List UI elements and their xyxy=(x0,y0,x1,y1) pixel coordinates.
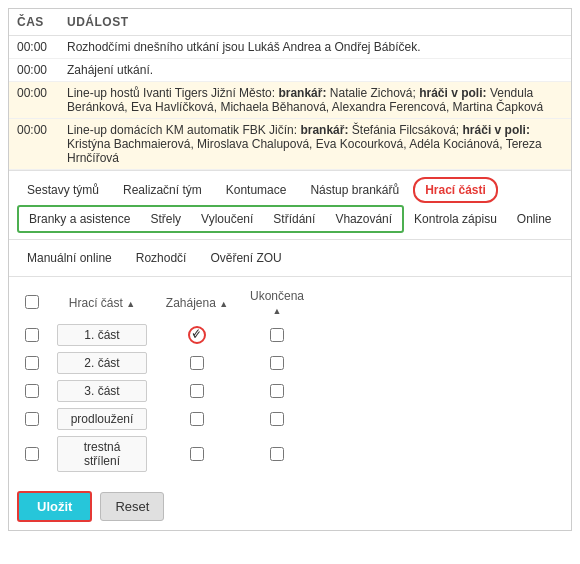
nav2-green-tab[interactable]: Vyloučení xyxy=(191,207,263,231)
zahajeno-checked[interactable]: ✓ xyxy=(188,326,206,344)
nav3-tab[interactable]: Manuální online xyxy=(17,246,122,270)
hraci-row: 3. část xyxy=(17,377,317,405)
zahajeno-checkbox[interactable] xyxy=(190,356,204,370)
zahajeno-checkbox[interactable] xyxy=(190,447,204,461)
event-text: Line-up hostů Ivanti Tigers Jižní Město:… xyxy=(59,82,571,119)
event-time: 00:00 xyxy=(9,59,59,82)
event-row: 00:00Rozhodčími dnešního utkání jsou Luk… xyxy=(9,36,571,59)
zahajeno-checkbox[interactable] xyxy=(190,384,204,398)
event-time: 00:00 xyxy=(9,36,59,59)
event-time: 00:00 xyxy=(9,119,59,170)
row-select-checkbox[interactable] xyxy=(25,447,39,461)
part-label: 2. část xyxy=(57,352,147,374)
reset-button[interactable]: Reset xyxy=(100,492,164,521)
part-label: 3. část xyxy=(57,380,147,402)
nav3-tab[interactable]: Rozhodčí xyxy=(126,246,197,270)
hraci-row: prodloužení xyxy=(17,405,317,433)
event-row: 00:00Line-up hostů Ivanti Tigers Jižní M… xyxy=(9,82,571,119)
nav2-extra-tab[interactable]: Kontrola zápisu xyxy=(404,207,507,231)
event-text: Zahájení utkání. xyxy=(59,59,571,82)
nav1-tab[interactable]: Hrací části xyxy=(413,177,498,203)
row-select-checkbox[interactable] xyxy=(25,412,39,426)
ukoncena-checkbox[interactable] xyxy=(270,447,284,461)
nav3-tab[interactable]: Ověření ZOU xyxy=(200,246,291,270)
nav-row1: Sestavy týmůRealizační týmKontumaceNástu… xyxy=(9,170,571,203)
event-time: 00:00 xyxy=(9,82,59,119)
hraci-row: 1. část✓ xyxy=(17,321,317,349)
ukoncena-checkbox[interactable] xyxy=(270,412,284,426)
ukoncena-checkbox[interactable] xyxy=(270,328,284,342)
save-button[interactable]: Uložit xyxy=(17,491,92,522)
part-label: trestná střílení xyxy=(57,436,147,472)
row-select-checkbox[interactable] xyxy=(25,328,39,342)
event-text: Rozhodčími dnešního utkání jsou Lukáš An… xyxy=(59,36,571,59)
hraci-row: 2. část xyxy=(17,349,317,377)
ukoncena-checkbox[interactable] xyxy=(270,384,284,398)
hraci-th-Ukončena[interactable]: Ukončena ▲ xyxy=(237,285,317,321)
nav1-tab[interactable]: Nástup brankářů xyxy=(300,178,409,202)
green-tabs-group: Branky a asistenceStřelyVyloučeníStřídán… xyxy=(17,205,404,233)
part-label: prodloužení xyxy=(57,408,147,430)
nav1-tab[interactable]: Realizační tým xyxy=(113,178,212,202)
row-select-checkbox[interactable] xyxy=(25,356,39,370)
nav-row3: Manuální onlineRozhodčíOvěření ZOU xyxy=(9,242,571,274)
nav2-green-tab[interactable]: Vhazování xyxy=(325,207,402,231)
hraci-table: Hrací část ▲Zahájena ▲Ukončena ▲ 1. část… xyxy=(17,285,317,475)
nav2-green-tab[interactable]: Střídání xyxy=(263,207,325,231)
row-select-checkbox[interactable] xyxy=(25,384,39,398)
hraci-th-Hrací část[interactable]: Hrací část ▲ xyxy=(47,285,157,321)
events-table: ČAS UDÁLOST 00:00Rozhodčími dnešního utk… xyxy=(9,9,571,170)
col-time-header: ČAS xyxy=(9,9,59,36)
event-text: Line-up domácích KM automatik FBK Jičín:… xyxy=(59,119,571,170)
extra-tabs-group: Kontrola zápisuOnline xyxy=(404,207,561,231)
nav-row2: Branky a asistenceStřelyVyloučeníStřídán… xyxy=(9,203,571,237)
event-row: 00:00Zahájení utkání. xyxy=(9,59,571,82)
nav2-green-tab[interactable]: Střely xyxy=(140,207,191,231)
button-row: Uložit Reset xyxy=(9,483,571,530)
ukoncena-checkbox[interactable] xyxy=(270,356,284,370)
nav2-extra-tab[interactable]: Online xyxy=(507,207,562,231)
nav1-tab[interactable]: Kontumace xyxy=(216,178,297,202)
zahajeno-checkbox[interactable] xyxy=(190,412,204,426)
event-row: 00:00Line-up domácích KM automatik FBK J… xyxy=(9,119,571,170)
hraci-th-Zahájena[interactable]: Zahájena ▲ xyxy=(157,285,237,321)
nav2-green-tab[interactable]: Branky a asistence xyxy=(19,207,140,231)
hraci-th-checkbox xyxy=(17,285,47,321)
select-all-checkbox[interactable] xyxy=(25,295,39,309)
col-event-header: UDÁLOST xyxy=(59,9,571,36)
nav1-tab[interactable]: Sestavy týmů xyxy=(17,178,109,202)
hraci-row: trestná střílení xyxy=(17,433,317,475)
part-label: 1. část xyxy=(57,324,147,346)
